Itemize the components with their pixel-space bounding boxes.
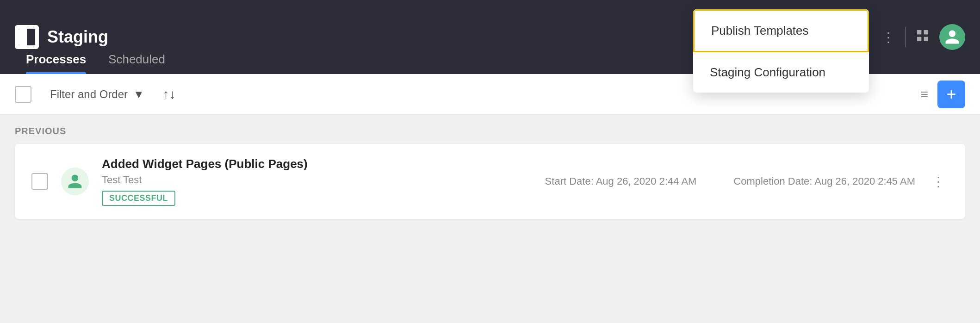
chevron-down-icon: ▼ <box>133 88 144 101</box>
record-title: Added Widget Pages (Public Pages) <box>102 157 532 171</box>
tab-processes[interactable]: Processes <box>15 47 97 74</box>
add-button[interactable]: + <box>937 81 965 108</box>
record-dates: Start Date: Aug 26, 2020 2:44 AM Complet… <box>545 175 915 187</box>
more-options-icon[interactable]: ⋮ <box>882 30 896 45</box>
section-label-previous: PREVIOUS <box>15 126 965 137</box>
record-more-button[interactable]: ⋮ <box>928 170 949 193</box>
nav-tabs: Processes Scheduled <box>15 47 176 74</box>
table-row: Added Widget Pages (Public Pages) Test T… <box>15 144 965 219</box>
dropdown-item-publish-templates[interactable]: Publish Templates <box>693 9 869 52</box>
record-subtitle: Test Test <box>102 174 532 186</box>
user-avatar[interactable] <box>939 24 965 50</box>
sort-button[interactable]: ↑↓ <box>163 87 176 102</box>
header-divider <box>905 27 906 47</box>
record-info: Added Widget Pages (Public Pages) Test T… <box>102 157 532 206</box>
record-checkbox[interactable] <box>31 173 48 190</box>
completion-date: Completion Date: Aug 26, 2020 2:45 AM <box>733 175 915 187</box>
svg-rect-3 <box>924 37 928 41</box>
content-area: PREVIOUS Added Widget Pages (Public Page… <box>0 115 980 230</box>
select-all-checkbox[interactable] <box>15 86 31 103</box>
svg-rect-0 <box>917 30 921 34</box>
app-header: Staging Processes Scheduled ⋮ <box>0 0 980 74</box>
svg-rect-1 <box>924 30 928 34</box>
app-logo <box>15 25 39 49</box>
list-view-button[interactable]: ≡ <box>921 87 928 102</box>
app-title: Staging <box>47 27 108 47</box>
svg-rect-2 <box>917 37 921 41</box>
logo-inner <box>19 29 35 45</box>
dropdown-menu: Publish Templates Staging Configuration <box>693 9 869 93</box>
start-date: Start Date: Aug 26, 2020 2:44 AM <box>545 175 697 187</box>
grid-icon[interactable] <box>915 28 930 46</box>
tab-scheduled[interactable]: Scheduled <box>97 47 176 74</box>
status-badge: SUCCESSFUL <box>102 191 175 206</box>
header-right: ⋮ <box>882 24 965 50</box>
dropdown-item-staging-config[interactable]: Staging Configuration <box>693 52 869 93</box>
filter-order-button[interactable]: Filter and Order ▼ <box>41 83 154 106</box>
record-avatar <box>61 168 89 195</box>
